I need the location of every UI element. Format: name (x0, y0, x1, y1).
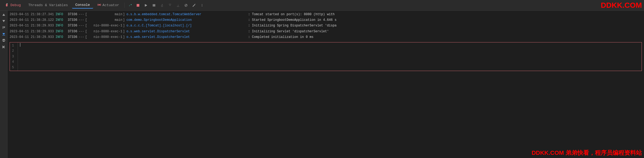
log-line: 2023-04-11 21:38:29.933 INFO 37336 --- [… (7, 23, 644, 29)
svg-rect-4 (153, 4, 154, 6)
rerun-button[interactable] (127, 2, 133, 9)
line-number: 4 (12, 59, 15, 65)
log-message: : Tomcat started on port(s): 8080 (http)… (248, 12, 335, 17)
line-numbers: 12345 (10, 42, 18, 71)
svg-rect-1 (137, 4, 139, 7)
log-level: INFO (56, 35, 66, 40)
svg-marker-13 (2, 14, 5, 16)
log-thread: main (88, 12, 122, 17)
scroll-up-button[interactable] (1, 12, 7, 18)
log-level: INFO (56, 29, 66, 34)
tab-actuator-label: Actuator (102, 3, 119, 7)
svg-point-12 (202, 6, 202, 6)
log-thread: nio-8080-exec-1 (88, 35, 122, 40)
scroll-to-end-button[interactable] (1, 31, 7, 37)
svg-rect-22 (3, 41, 5, 42)
tab-console-label: Console (75, 3, 90, 7)
log-thread: nio-8080-exec-1 (88, 29, 122, 34)
log-bracket-close: ] (123, 35, 125, 40)
log-dashes: --- (78, 35, 84, 40)
more-options-button[interactable] (199, 2, 205, 9)
watermark-top-right: DDKK.COM (599, 0, 644, 11)
log-timestamp: 2023-04-11 21:38:29.933 (10, 29, 54, 34)
log-timestamp: 2023-04-11 21:38:28.122 (10, 18, 54, 23)
log-message: : Completed initialization in 0 ms (248, 35, 314, 40)
log-message: : Started SpringbootDemoApplication in 4… (248, 18, 337, 23)
clear-button[interactable] (1, 44, 7, 50)
watermark-bottom-right: DDKK.COM 弟弟快看，程序员编程资料站 (530, 148, 644, 158)
log-class: o.a.c.c.C.[Tomcat].[localhost].[/] (127, 23, 247, 28)
log-line: 2023-04-11 21:38:29.933 INFO 37336 --- [… (7, 34, 644, 40)
toolbar: Debug Threads & Variables Console Actuat… (0, 0, 644, 11)
tab-debug[interactable]: Debug (2, 2, 24, 9)
resume-button[interactable] (143, 2, 149, 9)
log-message: : Initializing Servlet 'dispatcherServle… (248, 29, 329, 34)
log-bracket-open: [ (85, 18, 87, 23)
scroll-down-button[interactable] (1, 18, 7, 24)
tab-threads-variables[interactable]: Threads & Variables (25, 2, 71, 8)
tab-debug-label: Debug (10, 3, 21, 7)
log-class: com.demo.SpringbootDemoApplication (127, 18, 247, 23)
line-number: 5 (12, 65, 15, 70)
log-bracket-close: ] (123, 29, 125, 34)
log-timestamp: 2023-04-11 21:38:29.933 (10, 23, 54, 28)
print-button[interactable] (1, 37, 7, 43)
tab-threads-variables-label: Threads & Variables (28, 3, 68, 7)
mute-breakpoints-button[interactable] (183, 2, 189, 9)
soft-wrap-button[interactable] (1, 25, 7, 30)
log-bracket-open: [ (85, 29, 87, 34)
left-icons-panel (0, 11, 7, 158)
log-thread: nio-8080-exec-1 (88, 23, 122, 28)
main-content: 2023-04-11 21:38:27.341 INFO 37336 --- [… (0, 11, 644, 158)
edit-button[interactable] (191, 2, 197, 9)
log-pid: 37336 (68, 12, 77, 17)
svg-rect-5 (154, 4, 155, 6)
line-number: 1 (12, 43, 15, 48)
log-bracket-open: [ (85, 12, 87, 17)
svg-rect-3 (145, 4, 145, 6)
log-pid: 37336 (68, 18, 77, 23)
svg-point-11 (202, 5, 202, 5)
input-content[interactable] (18, 42, 642, 71)
log-level: INFO (56, 18, 66, 23)
input-area[interactable]: 12345 (10, 42, 642, 71)
log-pid: 37336 (68, 35, 77, 40)
log-bracket-close: ] (123, 23, 125, 28)
text-cursor (20, 43, 20, 47)
log-class: o.s.web.servlet.DispatcherServlet (127, 35, 247, 40)
tab-console[interactable]: Console (72, 2, 93, 9)
tab-actuator[interactable]: Actuator (94, 2, 122, 9)
actuator-icon (97, 3, 101, 8)
log-thread: main (88, 18, 122, 23)
log-dashes: --- (78, 23, 84, 28)
step-into-button[interactable] (167, 2, 173, 9)
log-pid: 37336 (68, 23, 77, 28)
svg-marker-2 (145, 4, 147, 6)
log-line: 2023-04-11 21:38:29.933 INFO 37336 --- [… (7, 29, 644, 34)
log-level: INFO (56, 23, 66, 28)
svg-line-9 (185, 4, 187, 6)
log-message: : Initializing Spring DispatcherServlet … (248, 23, 337, 28)
log-pid: 37336 (68, 29, 77, 34)
stop-button[interactable] (135, 2, 141, 9)
step-out-button[interactable] (175, 2, 181, 9)
toolbar-actions (127, 2, 205, 9)
log-dashes: --- (78, 18, 84, 23)
svg-marker-18 (2, 33, 5, 35)
svg-marker-14 (2, 20, 5, 22)
svg-rect-19 (2, 35, 5, 35)
svg-point-10 (202, 4, 202, 5)
pause-button[interactable] (151, 2, 157, 9)
svg-rect-7 (177, 6, 179, 7)
log-line: 2023-04-11 21:38:27.341 INFO 37336 --- [… (7, 12, 644, 17)
step-over-button[interactable] (159, 2, 165, 9)
log-bracket-open: [ (85, 23, 87, 28)
log-bracket-close: ] (123, 12, 125, 17)
svg-rect-6 (169, 4, 171, 4)
cursor-line (20, 43, 639, 47)
console-area: 2023-04-11 21:38:27.341 INFO 37336 --- [… (7, 11, 644, 158)
log-timestamp: 2023-04-11 21:38:29.933 (10, 35, 54, 40)
toolbar-separator (124, 3, 125, 8)
svg-point-0 (7, 3, 8, 4)
log-timestamp: 2023-04-11 21:38:27.341 (10, 12, 54, 17)
